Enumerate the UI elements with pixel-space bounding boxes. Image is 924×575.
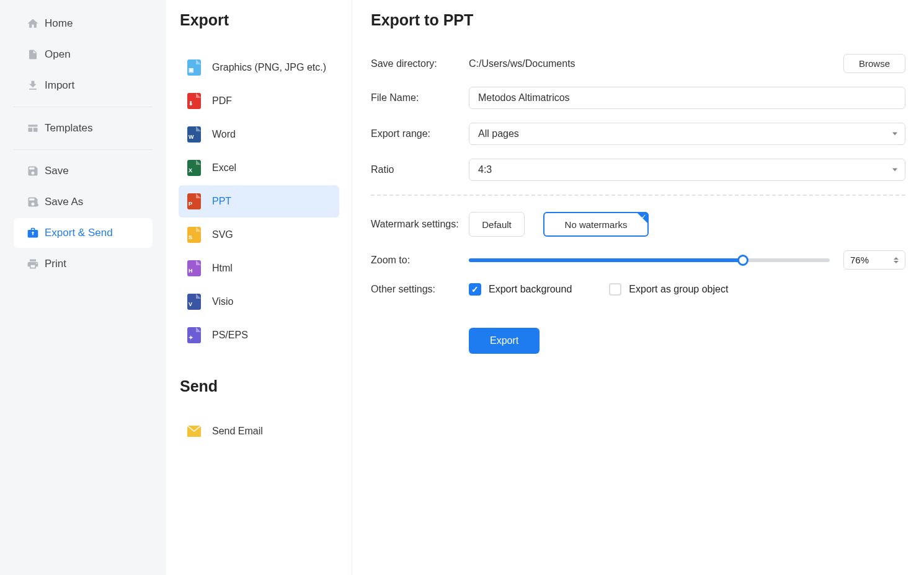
sidebar-label: Templates: [45, 122, 92, 134]
row-zoom: Zoom to: 76%: [371, 250, 905, 270]
page-title: Export to PPT: [371, 11, 905, 29]
sidebar-label: Open: [45, 48, 71, 61]
save-icon: [26, 164, 40, 178]
label-watermark: Watermark settings:: [371, 219, 469, 230]
sidebar-item-home[interactable]: Home: [14, 9, 153, 38]
format-ppt[interactable]: P PPT: [179, 185, 339, 217]
checkbox-label: Export background: [489, 284, 572, 295]
home-icon: [26, 17, 40, 30]
sidebar-item-save[interactable]: Save: [14, 156, 153, 186]
row-export-action: Export: [371, 309, 905, 354]
divider: [371, 195, 905, 196]
check-icon: ✓: [641, 213, 646, 220]
sidebar-label: Export & Send: [45, 227, 113, 239]
format-label: PDF: [212, 95, 232, 107]
label-ratio: Ratio: [371, 164, 469, 175]
ratio-select[interactable]: 4:3: [469, 159, 905, 181]
export-heading: Export: [180, 11, 339, 29]
file-name-input[interactable]: [469, 87, 905, 109]
label-export-range: Export range:: [371, 128, 469, 139]
row-save-directory: Save directory: C:/Users/ws/Documents Br…: [371, 54, 905, 73]
export-range-value: All pages: [478, 128, 519, 139]
format-ps[interactable]: ✦ PS/EPS: [179, 319, 339, 351]
sidebar: Home Open Import Templates Save Save As: [0, 0, 166, 575]
zoom-slider-fill: [469, 258, 743, 262]
sidebar-item-import[interactable]: Import: [14, 71, 153, 100]
sidebar-divider: [14, 149, 153, 150]
watermark-default-button[interactable]: Default: [469, 212, 525, 237]
zoom-spinner: [894, 257, 899, 263]
checkbox-export-group[interactable]: Export as group object: [609, 283, 728, 296]
visio-icon: V: [187, 294, 201, 310]
html-icon: H: [187, 260, 201, 276]
format-label: Word: [212, 129, 236, 140]
sidebar-item-saveas[interactable]: Save As: [14, 187, 153, 217]
sidebar-item-templates[interactable]: Templates: [14, 113, 153, 143]
checkbox-icon: [609, 283, 621, 296]
format-pdf[interactable]: ⬇ PDF: [179, 85, 339, 117]
sidebar-item-open[interactable]: Open: [14, 40, 153, 69]
print-icon: [26, 257, 40, 271]
format-label: PS/EPS: [212, 330, 248, 341]
sidebar-label: Import: [45, 79, 74, 92]
chevron-down-icon: [892, 133, 897, 136]
label-zoom: Zoom to:: [371, 255, 469, 266]
sidebar-label: Save: [45, 165, 69, 177]
send-heading: Send: [180, 377, 339, 395]
format-visio[interactable]: V Visio: [179, 286, 339, 318]
format-label: Excel: [212, 162, 236, 173]
format-label: SVG: [212, 229, 233, 240]
label-other: Other settings:: [371, 284, 469, 295]
pdf-icon: ⬇: [187, 93, 201, 109]
format-label: Html: [212, 263, 233, 274]
email-icon: [187, 426, 201, 437]
label-save-directory: Save directory:: [371, 58, 469, 69]
sidebar-item-export-send[interactable]: Export & Send: [14, 218, 153, 248]
row-other-settings: Other settings: Export background Export…: [371, 283, 905, 296]
ppt-icon: P: [187, 193, 201, 209]
export-settings-panel: Export to PPT Save directory: C:/Users/w…: [352, 0, 924, 575]
sidebar-label: Save As: [45, 196, 83, 208]
zoom-percent-box[interactable]: 76%: [843, 250, 905, 270]
send-email[interactable]: Send Email: [179, 418, 339, 445]
export-range-select[interactable]: All pages: [469, 123, 905, 145]
svg-icon: S: [187, 227, 201, 243]
import-icon: [26, 79, 40, 92]
format-excel[interactable]: X Excel: [179, 152, 339, 184]
sidebar-divider: [14, 107, 153, 107]
templates-icon: [26, 121, 40, 135]
format-label: Graphics (PNG, JPG etc.): [212, 62, 326, 73]
row-export-range: Export range: All pages: [371, 123, 905, 145]
ratio-value: 4:3: [478, 164, 492, 175]
zoom-slider[interactable]: [469, 258, 830, 262]
excel-icon: X: [187, 160, 201, 176]
format-word[interactable]: W Word: [179, 118, 339, 151]
word-icon: W: [187, 126, 201, 143]
ps-icon: ✦: [187, 327, 201, 343]
zoom-slider-thumb[interactable]: [737, 255, 749, 266]
row-file-name: File Name:: [371, 87, 905, 109]
export-icon: [26, 226, 40, 240]
format-html[interactable]: H Html: [179, 252, 339, 284]
checkbox-label: Export as group object: [629, 284, 728, 295]
page-icon: [26, 48, 40, 61]
browse-button[interactable]: Browse: [843, 54, 905, 73]
format-graphics[interactable]: ▣ Graphics (PNG, JPG etc.): [179, 51, 339, 84]
label-file-name: File Name:: [371, 92, 469, 103]
value-save-directory: C:/Users/ws/Documents: [469, 58, 843, 69]
send-label: Send Email: [212, 426, 263, 437]
sidebar-item-print[interactable]: Print: [14, 249, 153, 279]
format-label: Visio: [212, 296, 233, 307]
sidebar-label: Print: [45, 258, 66, 270]
watermark-none-label: No watermarks: [565, 219, 628, 230]
row-ratio: Ratio 4:3: [371, 159, 905, 181]
export-button[interactable]: Export: [469, 328, 540, 354]
zoom-increase-button[interactable]: [894, 257, 899, 260]
zoom-decrease-button[interactable]: [894, 261, 899, 263]
format-svg[interactable]: S SVG: [179, 219, 339, 251]
graphics-icon: ▣: [187, 59, 201, 76]
watermark-none-button[interactable]: No watermarks ✓: [543, 212, 649, 237]
checkbox-export-background[interactable]: Export background: [469, 283, 572, 296]
row-watermark: Watermark settings: Default No watermark…: [371, 212, 905, 237]
format-label: PPT: [212, 196, 231, 207]
